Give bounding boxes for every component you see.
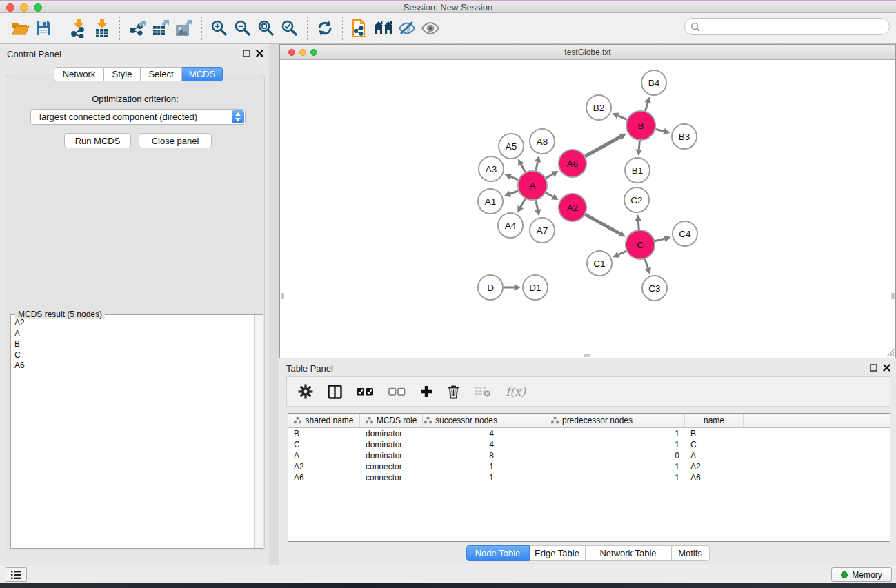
column-header-successor-nodes[interactable]: successor nodes — [423, 414, 499, 427]
table-cell[interactable]: connector — [360, 472, 423, 483]
table-row[interactable]: Adominator80A — [288, 450, 890, 461]
tab-node-table[interactable]: Node Table — [466, 545, 530, 561]
zoom-selected-icon[interactable] — [278, 17, 301, 40]
column-header-name[interactable]: name — [685, 414, 744, 427]
export-network-icon[interactable] — [126, 17, 149, 40]
criterion-dropdown[interactable]: largest connected component (directed) — [30, 109, 246, 125]
table-cell[interactable]: C — [288, 439, 360, 450]
table-cell[interactable]: dominator — [360, 439, 423, 450]
mcds-result-item[interactable]: B — [11, 339, 253, 350]
tab-motifs[interactable]: Motifs — [672, 545, 710, 561]
table-cell[interactable]: A — [685, 450, 744, 461]
select-all-icon[interactable] — [357, 387, 374, 396]
table-cell[interactable]: C — [685, 439, 744, 450]
function-builder-icon[interactable]: f(x) — [506, 385, 526, 398]
table-cell[interactable]: B — [288, 428, 360, 439]
memory-button[interactable]: Memory — [831, 567, 892, 582]
close-panel-icon[interactable] — [883, 364, 890, 372]
tab-network-table[interactable]: Network Table — [586, 545, 672, 561]
window-titlebar: Session: New Session — [0, 0, 896, 13]
control-panel: Control Panel Network Style Select MCDS … — [0, 44, 269, 565]
tab-network[interactable]: Network — [54, 67, 104, 81]
table-cell[interactable]: A — [288, 450, 360, 461]
mcds-result-item[interactable]: A — [11, 329, 253, 340]
share-session-icon[interactable] — [348, 17, 372, 40]
delete-table-icon[interactable] — [475, 386, 491, 397]
table-cell[interactable]: connector — [360, 461, 423, 472]
table-cell[interactable]: A2 — [685, 461, 744, 472]
table-row[interactable]: A2connector11A2 — [288, 461, 890, 472]
tab-select[interactable]: Select — [141, 67, 182, 81]
tab-mcds[interactable]: MCDS — [182, 67, 223, 81]
close-panel-icon[interactable] — [256, 50, 263, 57]
main-area: Control Panel Network Style Select MCDS … — [0, 44, 896, 565]
mcds-result-item[interactable]: A2 — [11, 318, 253, 329]
table-cell[interactable]: A2 — [288, 461, 360, 472]
toolbar-separator — [307, 17, 308, 40]
mcds-result-item[interactable]: C — [11, 350, 253, 361]
mcds-tab-content: Optimization criterion: largest connecte… — [6, 74, 265, 551]
open-folder-icon[interactable] — [8, 17, 32, 40]
task-history-button[interactable] — [6, 567, 27, 582]
tab-edge-table[interactable]: Edge Table — [530, 545, 586, 561]
home-icon[interactable] — [372, 17, 395, 40]
import-table-icon[interactable] — [90, 17, 114, 40]
table-cell[interactable]: 4 — [423, 439, 499, 450]
table-toolbar: f(x) — [286, 376, 890, 407]
table-row[interactable]: Bdominator41B — [288, 428, 890, 439]
table-cell[interactable]: 1 — [499, 439, 685, 450]
float-panel-icon[interactable] — [870, 364, 877, 372]
mcds-list-scrollbar[interactable] — [254, 315, 263, 548]
table-cell[interactable]: A6 — [288, 472, 360, 483]
trash-icon[interactable] — [447, 385, 460, 399]
network-canvas[interactable]: AA1A3A5A8A4A7A6A2BB2B4B3B1C2CC1C4C3DD1 — [280, 60, 895, 358]
table-cell[interactable]: 1 — [499, 472, 685, 483]
zoom-fit-icon[interactable] — [255, 17, 278, 40]
export-table-icon[interactable] — [149, 17, 172, 40]
svg-text:B1: B1 — [632, 165, 644, 176]
mcds-result-list[interactable]: A2ABCA6 — [11, 318, 253, 548]
table-cell[interactable]: 1 — [423, 472, 499, 483]
search-input[interactable] — [701, 20, 889, 34]
add-column-plus-icon[interactable] — [420, 385, 432, 398]
zoom-in-icon[interactable] — [208, 17, 231, 40]
export-image-icon[interactable] — [172, 17, 196, 40]
table-cell[interactable]: B — [685, 428, 744, 439]
unselect-all-icon[interactable] — [388, 387, 406, 396]
table-cell[interactable]: 0 — [499, 450, 685, 461]
tab-style[interactable]: Style — [104, 67, 141, 81]
svg-text:A7: A7 — [537, 225, 548, 236]
table-cell[interactable]: 1 — [499, 461, 685, 472]
table-cell[interactable]: 1 — [499, 428, 685, 439]
column-selector-icon[interactable] — [328, 385, 342, 399]
table-panel-title: Table Panel — [286, 363, 333, 374]
import-network-icon[interactable] — [67, 17, 90, 40]
toolbar-separator — [201, 17, 202, 40]
mcds-result-item[interactable]: A6 — [11, 361, 253, 372]
table-cell[interactable]: 1 — [423, 461, 499, 472]
table-cell[interactable]: 4 — [423, 428, 499, 439]
column-header-shared-name[interactable]: shared name — [288, 414, 360, 427]
refresh-icon[interactable] — [313, 17, 337, 40]
close-panel-button[interactable]: Close panel — [139, 133, 212, 148]
table-row[interactable]: A6connector11A6 — [288, 472, 890, 483]
svg-text:C2: C2 — [630, 195, 642, 205]
run-mcds-button[interactable]: Run MCDS — [64, 133, 131, 148]
table-panel: Table Panel — [279, 358, 896, 565]
column-header-mcds-role[interactable]: MCDS role — [360, 414, 423, 427]
svg-text:A8: A8 — [537, 136, 548, 147]
table-row[interactable]: Cdominator41C — [288, 439, 890, 450]
table-panel-tabs: Node Table Edge Table Network Table Moti… — [279, 545, 896, 561]
resize-grip-icon[interactable] — [886, 348, 895, 357]
show-details-eye-icon[interactable] — [419, 17, 442, 40]
table-cell[interactable]: dominator — [360, 428, 423, 439]
column-header-predecessor-nodes[interactable]: predecessor nodes — [499, 414, 685, 427]
zoom-out-icon[interactable] — [231, 17, 255, 40]
table-cell[interactable]: A6 — [685, 472, 744, 483]
table-cell[interactable]: 8 — [423, 450, 499, 461]
float-panel-icon[interactable] — [243, 50, 250, 57]
hide-details-eye-slash-icon[interactable] — [395, 17, 419, 40]
gear-icon[interactable] — [298, 384, 313, 399]
save-icon[interactable] — [32, 17, 55, 40]
table-cell[interactable]: dominator — [360, 450, 423, 461]
